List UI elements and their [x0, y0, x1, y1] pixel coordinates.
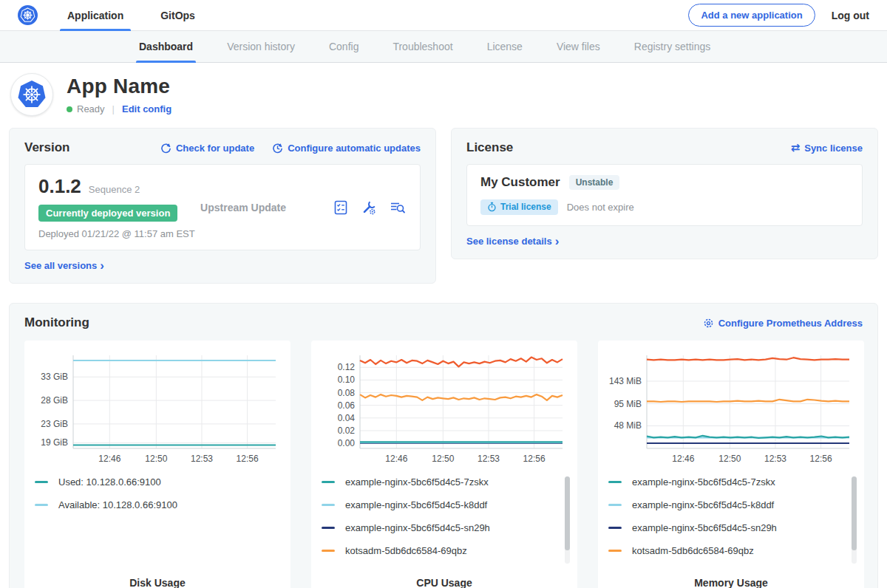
version-card: Version Check for update [9, 128, 436, 284]
tab-registry-settings[interactable]: Registry settings [634, 31, 710, 62]
legend-item: kotsadm-5db6dc6584-69qbz [322, 545, 555, 556]
x-axis-tick: 12:53 [191, 454, 213, 464]
cpu-usage-chart-card: 0.120.100.080.060.040.020.0012:4612:5012… [311, 341, 577, 588]
ready-status-dot [67, 106, 72, 112]
legend-item: Available: 10.128.0.66:9100 [35, 499, 268, 510]
x-axis-tick: 12:50 [145, 454, 167, 464]
legend-color-dash [608, 550, 622, 552]
y-axis-tick: 23 GiB [41, 419, 68, 429]
current-version-row: 0.1.2 Sequence 2 Currently deployed vers… [24, 164, 421, 250]
divider: | [112, 103, 115, 114]
series-line [647, 358, 849, 360]
y-axis-tick: 48 MiB [614, 420, 642, 431]
status-badge: Ready [77, 103, 105, 114]
topnav-tab-gitops[interactable]: GitOps [157, 0, 198, 30]
y-axis-tick: 0.02 [338, 425, 356, 436]
monitoring-title: Monitoring [24, 315, 89, 330]
legend-item: Used: 10.128.0.66:9100 [35, 476, 268, 488]
sync-arrows-icon: ⇄ [791, 141, 801, 154]
y-axis-tick: 0.00 [338, 438, 356, 448]
x-axis-tick: 12:46 [385, 454, 407, 464]
legend-label: kotsadm-5db6dc6584-69qbz [632, 545, 754, 556]
tab-troubleshoot[interactable]: Troubleshoot [392, 31, 452, 62]
disk-usage-chart-card: 33 GiB28 GiB23 GiB19 GiB12:4612:5012:531… [24, 341, 290, 588]
y-axis-tick: 33 GiB [41, 372, 68, 382]
configure-prometheus-link[interactable]: Configure Prometheus Address [703, 318, 863, 329]
chart-title-memory: Memory Usage [608, 571, 854, 588]
dashboard-content: Version Check for update [0, 128, 887, 588]
legend-color-dash [608, 504, 622, 506]
edit-config-link[interactable]: Edit config [122, 103, 171, 114]
x-axis-tick: 12:50 [432, 454, 454, 464]
tab-dashboard[interactable]: Dashboard [139, 31, 193, 62]
legend-label: example-nginx-5bc6f5d4c5-7zskx [345, 476, 489, 488]
legend-color-dash [322, 550, 335, 552]
y-axis-tick: 0.04 [338, 413, 356, 423]
memory-usage-chart: 143 MiB95 MiB48 MiB12:4612:5012:5312:56 [608, 349, 854, 466]
cpu-usage-legend: example-nginx-5bc6f5d4c5-7zskxexample-ng… [322, 476, 567, 568]
disk-usage-chart: 33 GiB28 GiB23 GiB19 GiB12:4612:5012:531… [35, 349, 280, 466]
see-license-details-link[interactable]: See license details› [466, 236, 863, 247]
y-axis-tick: 0.12 [338, 362, 356, 372]
see-all-versions-link[interactable]: See all versions› [24, 260, 421, 271]
brand-logo[interactable] [18, 0, 38, 30]
deployed-timestamp: Deployed 01/21/22 @ 11:57 am EST [38, 228, 200, 239]
channel-badge: Unstable [569, 175, 620, 190]
app-avatar [10, 73, 53, 116]
legend-item: example-nginx-5bc6f5d4c5-7zskx [322, 476, 555, 488]
y-axis-tick: 95 MiB [614, 399, 642, 409]
config-wrench-icon[interactable] [361, 199, 377, 216]
legend-scrollbar-thumb[interactable] [852, 476, 857, 550]
page-title: App Name [67, 75, 171, 98]
legend-scrollbar-track [565, 476, 570, 564]
legend-label: example-nginx-5bc6f5d4c5-7zskx [632, 476, 775, 488]
series-line [360, 358, 563, 367]
x-axis-tick: 12:56 [810, 454, 832, 464]
preflight-checklist-icon[interactable] [333, 199, 349, 216]
series-line [647, 400, 849, 402]
tab-view-files[interactable]: View files [557, 31, 600, 62]
y-axis-tick: 143 MiB [609, 376, 642, 386]
top-nav: Application GitOps Add a new application… [0, 0, 887, 31]
tab-config[interactable]: Config [329, 31, 358, 62]
deploy-logs-icon[interactable] [389, 199, 407, 216]
legend-item: example-nginx-5bc6f5d4c5-k8ddf [322, 499, 555, 510]
y-axis-tick: 19 GiB [41, 437, 68, 448]
tab-version-history[interactable]: Version history [227, 31, 295, 62]
legend-label: example-nginx-5bc6f5d4c5-k8ddf [632, 499, 774, 510]
legend-item: example-nginx-5bc6f5d4c5-sn29h [608, 522, 842, 533]
app-sub-nav: Dashboard Version history Config Trouble… [0, 31, 887, 63]
monitoring-card: Monitoring Configure Prometheus Address … [9, 303, 878, 588]
x-axis-tick: 12:56 [523, 454, 546, 464]
legend-label: Used: 10.128.0.66:9100 [58, 476, 161, 488]
legend-item: example-nginx-5bc6f5d4c5-k8ddf [608, 499, 842, 510]
legend-label: example-nginx-5bc6f5d4c5-k8ddf [345, 499, 487, 510]
sync-license-link[interactable]: ⇄ Sync license [791, 141, 863, 154]
legend-color-dash [608, 527, 622, 529]
check-for-update-link[interactable]: Check for update [160, 143, 254, 154]
license-card-title: License [466, 140, 513, 155]
legend-label: example-nginx-5bc6f5d4c5-sn29h [632, 522, 777, 533]
license-expiry: Does not expire [567, 202, 634, 213]
logout-button[interactable]: Log out [832, 10, 869, 21]
configure-automatic-updates-link[interactable]: Configure automatic updates [272, 143, 421, 154]
topnav-tab-application[interactable]: Application [64, 0, 126, 30]
stopwatch-icon [487, 202, 497, 212]
clock-refresh-icon [272, 143, 283, 154]
y-axis-tick: 0.10 [338, 375, 356, 385]
topnav-right: Add a new application Log out [688, 0, 869, 30]
memory-usage-legend: example-nginx-5bc6f5d4c5-7zskxexample-ng… [608, 476, 854, 568]
add-new-application-button[interactable]: Add a new application [688, 4, 815, 27]
license-card: License ⇄ Sync license My Customer Unsta… [451, 128, 878, 259]
kubernetes-logo-icon [18, 5, 38, 25]
tab-license[interactable]: License [487, 31, 523, 62]
legend-color-dash [322, 504, 335, 506]
chart-title-disk: Disk Usage [35, 571, 280, 588]
disk-usage-legend: Used: 10.128.0.66:9100Available: 10.128.… [35, 476, 280, 522]
app-header: App Name Ready | Edit config [0, 63, 887, 128]
series-line [360, 394, 563, 400]
legend-color-dash [322, 527, 335, 529]
x-axis-tick: 12:56 [237, 454, 259, 464]
legend-scrollbar-thumb[interactable] [565, 476, 570, 550]
topnav-tabs: Application GitOps [64, 0, 229, 30]
